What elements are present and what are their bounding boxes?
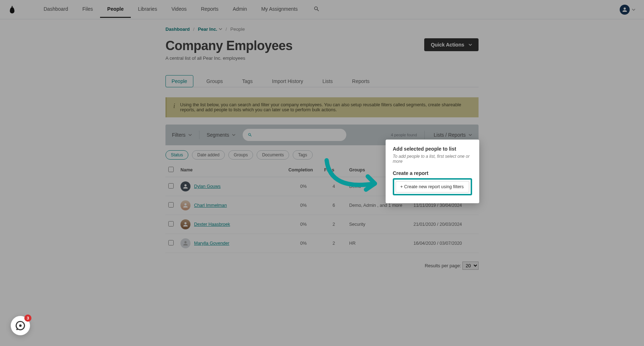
cell-files: 2 [321,234,346,253]
page-subtitle: A central list of all Pear Inc. employee… [165,55,479,61]
quick-actions-button[interactable]: Quick Actions [424,38,479,51]
nav-item-reports[interactable]: Reports [194,1,226,18]
chip-tags[interactable]: Tags [293,150,312,160]
col-completion: Completion [286,163,321,177]
tab-tags[interactable]: Tags [236,75,259,87]
cell-completion: 0% [286,196,321,215]
chevron-down-icon [469,42,472,48]
cell-files: 6 [321,196,346,215]
results-count: 4 people found [391,133,417,137]
person-name-link[interactable]: Dexter Haasbroek [194,222,230,227]
filters-button[interactable]: Filters [172,132,192,138]
chevron-down-icon [188,132,192,138]
breadcrumb-dashboard[interactable]: Dashboard [165,26,190,32]
cell-files: 2 [321,215,346,234]
chip-groups[interactable]: Groups [228,150,253,160]
row-checkbox[interactable] [168,240,174,245]
search-input[interactable] [255,132,341,138]
table-row: Marylla Govender0%2HR16/04/2020 / 03/07/… [165,234,479,253]
chevron-down-icon [469,132,472,138]
chip-status[interactable]: Status [165,150,188,160]
cell-files: 4 [321,177,346,196]
chevron-down-icon[interactable] [219,26,222,32]
brand-logo[interactable] [9,5,26,14]
page-size-select[interactable]: 20 [462,262,479,270]
cell-groups: Security [346,215,411,234]
pager-label: Results per page: [425,263,461,268]
table-toolbar: Filters Segments 4 people found Lists / … [165,125,479,145]
tab-import-history[interactable]: Import History [266,75,309,87]
nav-item-videos[interactable]: Videos [164,1,194,18]
chevron-down-icon [232,132,236,138]
lists-reports-button[interactable]: Lists / Reports [434,132,472,138]
toolbar-divider [424,131,425,139]
popover-add-hint: To add people to a list, first select on… [393,154,472,164]
breadcrumb-company[interactable]: Pear Inc. [198,26,217,32]
page-title: Company Employees [165,38,293,53]
widget-badge: 3 [24,315,31,322]
row-checkbox[interactable] [168,183,174,189]
person-avatar [180,219,190,229]
avatar-icon [620,5,630,15]
tab-people[interactable]: People [165,75,193,87]
info-text: Using the list below, you can search and… [180,102,472,112]
col-name: Name [178,163,286,177]
cell-groups: HR [346,234,411,253]
cell-dates: 16/04/2020 / 03/07/2020 [411,234,479,253]
breadcrumb-current: People [230,26,244,32]
help-widget[interactable]: 3 [11,316,30,335]
nav-item-admin[interactable]: Admin [226,1,254,18]
chevron-down-icon [632,6,635,13]
nav-item-dashboard[interactable]: Dashboard [36,1,75,18]
nav-item-my-assignments[interactable]: My Assignments [254,1,305,18]
cell-completion: 0% [286,234,321,253]
chip-documents[interactable]: Documents [257,150,289,160]
table-row: Dexter Haasbroek0%2Security21/01/2020 / … [165,215,479,234]
person-avatar [180,238,190,248]
nav-item-people[interactable]: People [100,1,131,18]
person-name-link[interactable]: Dylan Gouws [194,184,221,189]
row-checkbox[interactable] [168,221,174,226]
chip-date-added[interactable]: Date added [192,150,225,160]
nav-item-files[interactable]: Files [75,1,100,18]
popover-add-title: Add selected people to list [393,146,472,152]
lists-reports-popover: Add selected people to list To add peopl… [386,140,479,203]
col-files: Files [321,163,346,177]
svg-point-0 [19,325,22,327]
top-nav: DashboardFilesPeopleLibrariesVideosRepor… [0,0,644,19]
person-avatar [180,200,190,210]
info-icon: i [173,102,175,112]
row-checkbox[interactable] [168,202,174,208]
page-header: Company Employees Quick Actions [165,38,479,53]
segments-button[interactable]: Segments [207,132,236,138]
person-avatar [180,181,190,191]
main-container: Dashboard / Pear Inc. / People Company E… [165,19,479,284]
person-name-link[interactable]: Marylla Govender [194,241,229,246]
search-input-wrapper [243,129,346,141]
popover-report-title: Create a report [393,170,472,176]
nav-item-libraries[interactable]: Libraries [131,1,164,18]
person-name-link[interactable]: Charl Immelman [194,203,227,208]
pagination: Results per page: 20 [165,262,479,270]
tab-reports[interactable]: Reports [346,75,376,87]
select-all-checkbox[interactable] [168,167,174,172]
profile-menu[interactable] [620,5,635,15]
create-report-button[interactable]: + Create new report using filters [396,181,469,193]
search-icon [248,132,252,137]
nav-items: DashboardFilesPeopleLibrariesVideosRepor… [36,1,305,18]
cell-completion: 0% [286,215,321,234]
sub-tabs: PeopleGroupsTagsImport HistoryListsRepor… [165,75,479,87]
cell-completion: 0% [286,177,321,196]
toolbar-divider [199,131,199,139]
tab-lists[interactable]: Lists [316,75,339,87]
nav-search-icon[interactable] [310,2,323,17]
tab-groups[interactable]: Groups [200,75,229,87]
cell-dates: 21/01/2020 / 20/03/2024 [411,215,479,234]
create-report-highlight: + Create new report using filters [393,178,472,195]
breadcrumb: Dashboard / Pear Inc. / People [165,26,479,32]
info-banner: i Using the list below, you can search a… [165,97,479,117]
